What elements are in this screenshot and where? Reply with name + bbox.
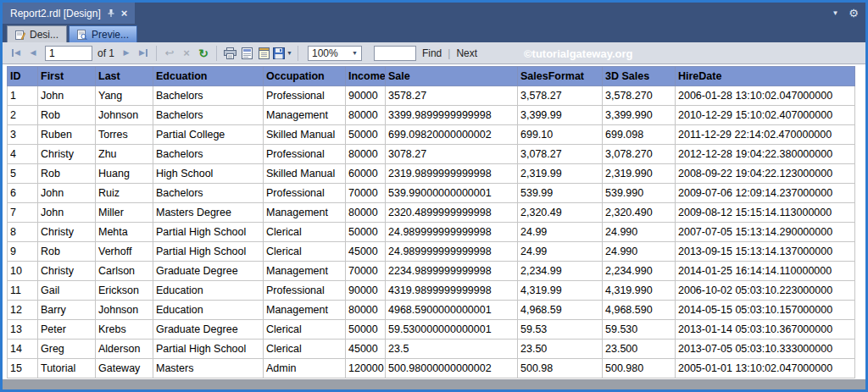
table-cell: Rob [38,106,96,125]
next-page-icon: ▶ [124,49,130,57]
column-header: SalesFormat [518,67,603,86]
table-cell: Professional [264,281,346,301]
table-cell: Skilled Manual [264,164,346,184]
table-cell: 120000 [346,359,386,378]
table-cell: 5 [8,164,38,184]
column-header: HireDate [676,67,855,86]
table-cell: Management [264,262,346,281]
column-header: 3D Sales [603,67,676,86]
back-button[interactable]: ↩ [162,45,177,62]
table-cell: Management [264,106,346,125]
table-cell: Clerical [264,242,346,262]
table-cell: 14 [8,340,38,359]
print-layout-icon [242,47,253,59]
table-row: 14GregAldersonPartial High SchoolClerica… [8,340,855,359]
table-cell: 70000 [346,184,386,203]
table-cell: Ruiz [96,184,153,203]
table-cell: 24.99 [518,223,603,242]
table-cell: 3,578.27 [518,86,603,106]
table-cell: Admin [264,359,346,378]
table-cell: 699.10 [518,125,603,145]
table-cell: 2 [8,106,38,125]
table-cell: 2010-12-29 15:10:02.407000000 [676,106,855,125]
table-cell: 3 [8,125,38,145]
print-button[interactable] [222,45,237,62]
toolbar-separator [216,46,217,61]
last-page-button[interactable]: ▶ [136,45,151,62]
next-button[interactable]: Next [456,47,477,59]
table-cell: Rob [38,242,96,262]
pin-icon[interactable] [107,8,115,18]
preview-view-icon [77,30,87,40]
table-cell: 4,968.590 [603,301,676,320]
table-cell: Clerical [264,340,346,359]
table-row: 12BarryJohnsonEducationManagement8000049… [8,301,855,320]
table-row: 11GailEricksonEducationProfessional90000… [8,281,855,301]
zoom-select[interactable]: 100% ▼ [308,46,362,61]
table-cell: Erickson [96,281,153,301]
table-cell: Bachelors [153,86,264,106]
table-cell: 10 [8,262,38,281]
table-cell: 80000 [346,203,386,223]
watermark-text: ©tutorialgateway.org [524,47,633,59]
table-cell: 2014-01-25 16:14:14.110000000 [676,262,855,281]
previous-page-button[interactable]: ◀ [25,45,41,62]
gear-icon[interactable]: ⚙ [849,8,859,19]
table-cell: 2005-01-01 13:10:02.047000000 [676,359,855,378]
table-cell: 4 [8,145,38,164]
table-cell: 90000 [346,86,386,106]
table-cell: 2012-12-28 19:04:22.380000000 [676,145,855,164]
table-cell: 50000 [346,125,386,145]
print-icon [224,47,236,59]
print-layout-button[interactable] [239,45,254,62]
table-cell: Clerical [264,223,346,242]
first-page-button[interactable]: ◀ [8,45,24,62]
table-cell: 2,319.990 [603,164,676,184]
table-cell: 3399.9899999999998 [386,106,518,125]
table-cell: John [38,86,96,106]
table-cell: Bachelors [153,145,264,164]
column-header: Edcuation [153,67,264,86]
page-setup-button[interactable] [256,45,271,62]
table-cell: 539.990 [603,184,676,203]
next-page-button[interactable]: ▶ [119,45,134,62]
export-button[interactable]: ▼ [273,45,292,62]
toolbar-separator [156,46,157,61]
table-cell: Huang [96,164,153,184]
tab-preview[interactable]: Previe... [69,25,137,42]
table-cell: Bachelors [153,106,264,125]
table-cell: Gail [38,281,96,301]
table-cell: 2014-05-15 05:03:10.157000000 [676,301,855,320]
column-header: Occupation [264,67,346,86]
document-tab[interactable]: Report2.rdl [Design] × [3,3,135,24]
table-cell: 23.5 [386,340,518,359]
find-input[interactable] [374,46,416,61]
table-cell: Bachelors [153,184,264,203]
stop-button[interactable]: × [179,45,194,62]
page-number-input[interactable] [45,46,92,61]
table-cell: 4,319.990 [603,281,676,301]
table-row: 15TutorialGatewayMastersAdmin120000500.9… [8,359,855,378]
table-cell: Partial High School [153,223,264,242]
tab-design[interactable]: Desi... [7,25,67,42]
table-cell: 12 [8,301,38,320]
table-cell: 60000 [346,164,386,184]
find-button[interactable]: Find [422,47,442,59]
table-cell: 24.989999999999998 [386,242,518,262]
table-cell: 80000 [346,106,386,125]
table-cell: 2319.9899999999998 [386,164,518,184]
table-row: 6JohnRuizBachelorsProfessional70000539.9… [8,184,855,203]
table-cell: 8 [8,223,38,242]
table-cell: High School [153,164,264,184]
table-cell: Johnson [96,301,153,320]
refresh-button[interactable]: ↻ [196,45,211,62]
toolbar-separator [298,46,298,61]
table-cell: Partial High School [153,242,264,262]
table-cell: 59.530000000000001 [386,320,518,340]
table-cell: 500.98 [518,359,603,378]
window-controls: ▼ ⚙ [832,3,859,24]
close-icon[interactable]: × [121,8,128,19]
back-icon: ↩ [165,47,175,58]
table-cell: Zhu [96,145,153,164]
chevron-down-icon[interactable]: ▼ [832,10,838,17]
